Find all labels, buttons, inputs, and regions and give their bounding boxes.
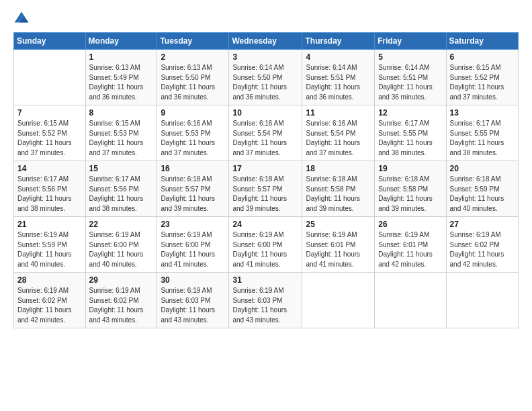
calendar-cell: 19Sunrise: 6:18 AM Sunset: 5:58 PM Dayli… [375, 161, 446, 217]
day-number: 17 [232, 164, 298, 173]
day-number: 27 [450, 220, 515, 229]
day-number: 29 [89, 275, 154, 285]
calendar-cell: 1Sunrise: 6:13 AM Sunset: 5:49 PM Daylig… [85, 50, 157, 105]
day-info: Sunrise: 6:18 AM Sunset: 5:58 PM Dayligh… [378, 175, 442, 214]
day-number: 21 [17, 220, 82, 229]
day-info: Sunrise: 6:13 AM Sunset: 5:50 PM Dayligh… [161, 63, 225, 102]
header-row: SundayMondayTuesdayWednesdayThursdayFrid… [14, 33, 519, 50]
week-row-1: 7Sunrise: 6:15 AM Sunset: 5:52 PM Daylig… [14, 105, 519, 161]
day-number: 25 [306, 220, 371, 229]
day-number: 22 [89, 220, 154, 229]
calendar-cell: 20Sunrise: 6:18 AM Sunset: 5:59 PM Dayli… [446, 161, 518, 217]
column-header-monday: Monday [85, 33, 157, 50]
calendar-cell: 6Sunrise: 6:15 AM Sunset: 5:52 PM Daylig… [446, 50, 518, 105]
calendar-cell: 29Sunrise: 6:19 AM Sunset: 6:02 PM Dayli… [85, 273, 157, 328]
day-info: Sunrise: 6:19 AM Sunset: 6:02 PM Dayligh… [17, 286, 82, 325]
calendar-cell [302, 273, 375, 328]
day-info: Sunrise: 6:16 AM Sunset: 5:54 PM Dayligh… [306, 119, 371, 158]
column-header-friday: Friday [375, 33, 446, 50]
day-info: Sunrise: 6:15 AM Sunset: 5:52 PM Dayligh… [17, 119, 82, 158]
day-info: Sunrise: 6:18 AM Sunset: 5:57 PM Dayligh… [232, 175, 298, 214]
calendar-body: 1Sunrise: 6:13 AM Sunset: 5:49 PM Daylig… [14, 50, 519, 328]
page: SundayMondayTuesdayWednesdayThursdayFrid… [0, 0, 532, 335]
day-info: Sunrise: 6:16 AM Sunset: 5:53 PM Dayligh… [161, 119, 225, 158]
day-info: Sunrise: 6:18 AM Sunset: 5:57 PM Dayligh… [161, 175, 225, 214]
calendar-cell: 18Sunrise: 6:18 AM Sunset: 5:58 PM Dayli… [302, 161, 375, 217]
day-info: Sunrise: 6:14 AM Sunset: 5:51 PM Dayligh… [306, 63, 371, 102]
day-info: Sunrise: 6:16 AM Sunset: 5:54 PM Dayligh… [232, 119, 298, 158]
calendar-cell: 14Sunrise: 6:17 AM Sunset: 5:56 PM Dayli… [14, 161, 86, 217]
calendar-cell: 31Sunrise: 6:19 AM Sunset: 6:03 PM Dayli… [229, 273, 302, 328]
calendar-cell: 12Sunrise: 6:17 AM Sunset: 5:55 PM Dayli… [375, 105, 446, 161]
calendar-cell: 24Sunrise: 6:19 AM Sunset: 6:00 PM Dayli… [229, 217, 302, 273]
day-info: Sunrise: 6:19 AM Sunset: 6:01 PM Dayligh… [306, 230, 371, 269]
day-number: 6 [450, 52, 515, 62]
calendar-cell: 30Sunrise: 6:19 AM Sunset: 6:03 PM Dayli… [157, 273, 229, 328]
day-number: 23 [161, 220, 225, 229]
day-info: Sunrise: 6:19 AM Sunset: 6:00 PM Dayligh… [89, 230, 154, 269]
calendar-cell: 3Sunrise: 6:14 AM Sunset: 5:50 PM Daylig… [229, 50, 302, 105]
column-header-tuesday: Tuesday [157, 33, 229, 50]
calendar-cell: 11Sunrise: 6:16 AM Sunset: 5:54 PM Dayli… [302, 105, 375, 161]
day-number: 10 [232, 108, 298, 118]
day-info: Sunrise: 6:18 AM Sunset: 5:58 PM Dayligh… [306, 175, 371, 214]
day-info: Sunrise: 6:18 AM Sunset: 5:59 PM Dayligh… [450, 175, 515, 214]
week-row-2: 14Sunrise: 6:17 AM Sunset: 5:56 PM Dayli… [14, 161, 519, 217]
week-row-4: 28Sunrise: 6:19 AM Sunset: 6:02 PM Dayli… [14, 273, 519, 328]
calendar-cell: 9Sunrise: 6:16 AM Sunset: 5:53 PM Daylig… [157, 105, 229, 161]
day-info: Sunrise: 6:14 AM Sunset: 5:51 PM Dayligh… [378, 63, 442, 102]
day-number: 18 [306, 164, 371, 173]
day-info: Sunrise: 6:19 AM Sunset: 6:03 PM Dayligh… [232, 286, 298, 325]
logo [13, 11, 32, 27]
day-number: 19 [378, 164, 442, 173]
day-number: 28 [17, 275, 82, 285]
day-number: 2 [161, 52, 225, 62]
day-info: Sunrise: 6:17 AM Sunset: 5:55 PM Dayligh… [378, 119, 442, 158]
day-info: Sunrise: 6:19 AM Sunset: 6:03 PM Dayligh… [161, 286, 225, 325]
day-info: Sunrise: 6:19 AM Sunset: 6:02 PM Dayligh… [450, 230, 515, 269]
calendar-cell: 8Sunrise: 6:15 AM Sunset: 5:53 PM Daylig… [85, 105, 157, 161]
day-info: Sunrise: 6:13 AM Sunset: 5:49 PM Dayligh… [89, 63, 154, 102]
calendar-cell: 22Sunrise: 6:19 AM Sunset: 6:00 PM Dayli… [85, 217, 157, 273]
day-number: 16 [161, 164, 225, 173]
column-header-wednesday: Wednesday [229, 33, 302, 50]
calendar-table: SundayMondayTuesdayWednesdayThursdayFrid… [13, 32, 519, 328]
logo-icon [13, 11, 30, 27]
day-number: 11 [306, 108, 371, 118]
column-header-saturday: Saturday [446, 33, 518, 50]
day-info: Sunrise: 6:17 AM Sunset: 5:55 PM Dayligh… [450, 119, 515, 158]
calendar-header: SundayMondayTuesdayWednesdayThursdayFrid… [14, 33, 519, 50]
day-number: 5 [378, 52, 442, 62]
calendar-cell: 28Sunrise: 6:19 AM Sunset: 6:02 PM Dayli… [14, 273, 86, 328]
column-header-sunday: Sunday [14, 33, 86, 50]
calendar-cell: 21Sunrise: 6:19 AM Sunset: 5:59 PM Dayli… [14, 217, 86, 273]
day-info: Sunrise: 6:17 AM Sunset: 5:56 PM Dayligh… [89, 175, 154, 214]
day-info: Sunrise: 6:19 AM Sunset: 6:02 PM Dayligh… [89, 286, 154, 325]
day-info: Sunrise: 6:15 AM Sunset: 5:53 PM Dayligh… [89, 119, 154, 158]
calendar-cell: 16Sunrise: 6:18 AM Sunset: 5:57 PM Dayli… [157, 161, 229, 217]
day-number: 30 [161, 275, 225, 285]
calendar-cell: 5Sunrise: 6:14 AM Sunset: 5:51 PM Daylig… [375, 50, 446, 105]
day-info: Sunrise: 6:19 AM Sunset: 6:00 PM Dayligh… [232, 230, 298, 269]
day-info: Sunrise: 6:19 AM Sunset: 6:01 PM Dayligh… [378, 230, 442, 269]
day-number: 9 [161, 108, 225, 118]
calendar-cell: 27Sunrise: 6:19 AM Sunset: 6:02 PM Dayli… [446, 217, 518, 273]
day-info: Sunrise: 6:14 AM Sunset: 5:50 PM Dayligh… [232, 63, 298, 102]
day-number: 12 [378, 108, 442, 118]
day-number: 8 [89, 108, 154, 118]
day-number: 7 [17, 108, 82, 118]
calendar-cell: 23Sunrise: 6:19 AM Sunset: 6:00 PM Dayli… [157, 217, 229, 273]
calendar-cell: 7Sunrise: 6:15 AM Sunset: 5:52 PM Daylig… [14, 105, 86, 161]
day-number: 20 [450, 164, 515, 173]
day-number: 3 [232, 52, 298, 62]
calendar-cell [375, 273, 446, 328]
day-info: Sunrise: 6:19 AM Sunset: 5:59 PM Dayligh… [17, 230, 82, 269]
day-info: Sunrise: 6:17 AM Sunset: 5:56 PM Dayligh… [17, 175, 82, 214]
day-number: 1 [89, 52, 154, 62]
day-number: 4 [306, 52, 371, 62]
calendar-cell: 15Sunrise: 6:17 AM Sunset: 5:56 PM Dayli… [85, 161, 157, 217]
calendar-cell [446, 273, 518, 328]
day-number: 24 [232, 220, 298, 229]
day-number: 13 [450, 108, 515, 118]
calendar-cell: 2Sunrise: 6:13 AM Sunset: 5:50 PM Daylig… [157, 50, 229, 105]
